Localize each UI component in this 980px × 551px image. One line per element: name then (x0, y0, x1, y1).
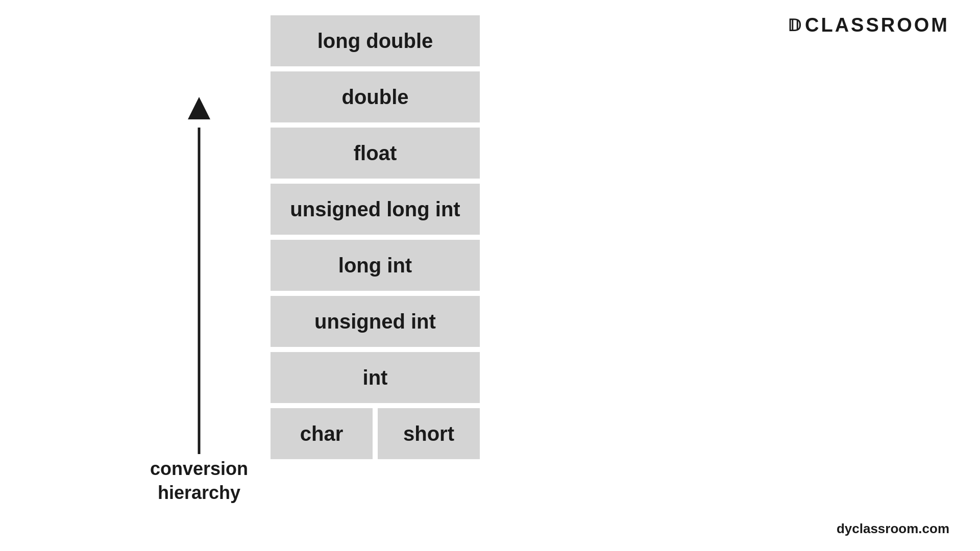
logo: 𝔻 CLASSROOM (788, 14, 949, 36)
type-box-double: double (271, 71, 480, 122)
type-box-unsigned-long-int: unsigned long int (271, 184, 480, 235)
type-box-int: int (271, 352, 480, 403)
type-label-int: int (363, 366, 388, 389)
type-label-unsigned-int: unsigned int (314, 310, 436, 333)
logo-text: CLASSROOM (805, 14, 949, 36)
type-box-char: char (271, 408, 373, 459)
logo-icon: 𝔻 (788, 16, 801, 35)
type-box-long-double: long double (271, 15, 480, 66)
type-label-long-int: long int (338, 254, 412, 277)
type-label-float: float (354, 142, 397, 165)
type-box-long-int: long int (271, 240, 480, 291)
hierarchy-section: long double double float unsigned long i… (271, 15, 480, 459)
bottom-url: dyclassroom.com (837, 521, 949, 537)
arrow-head-icon (188, 97, 210, 119)
type-box-float: float (271, 128, 480, 179)
bottom-row: char short (271, 408, 480, 459)
type-box-unsigned-int: unsigned int (271, 296, 480, 347)
type-label-double: double (341, 86, 408, 109)
type-label-char: char (300, 422, 344, 445)
type-label-unsigned-long-int: unsigned long int (290, 198, 460, 221)
type-label-long-double: long double (317, 30, 433, 53)
type-label-short: short (403, 422, 454, 445)
arrow-line (198, 128, 201, 454)
type-box-short: short (378, 408, 480, 459)
conversion-hierarchy-label: conversion hierarchy (128, 457, 271, 505)
left-section: conversion hierarchy (122, 41, 276, 510)
